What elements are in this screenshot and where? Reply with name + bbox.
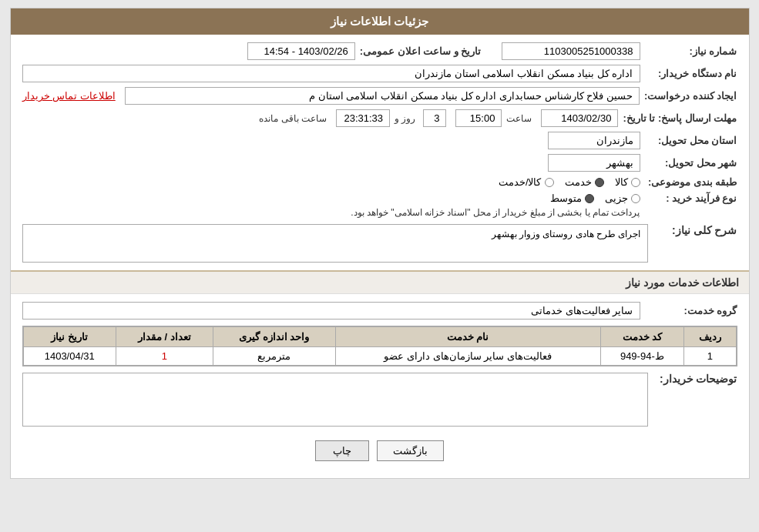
cell-radif: 1 — [684, 347, 736, 366]
gorohe-value: سایر فعالیت‌های خدماتی — [22, 302, 640, 320]
noe-motevaset: متوسط — [550, 192, 594, 204]
col-tedad: تعداد / مقدار — [116, 327, 213, 347]
towzih-label: توضیحات خریدار: — [653, 373, 737, 385]
tabagheh-options: کالا خدمت کالا/خدمت — [499, 176, 640, 188]
mohlat-saat-label: ساعت — [506, 113, 532, 124]
back-button[interactable]: بازگشت — [377, 440, 444, 461]
services-table: ردیف کد خدمت نام خدمت واحد اندازه گیری ت… — [22, 326, 737, 366]
sharh-value: اجرای طرح هادی روستای وزوار بهشهر — [22, 224, 648, 263]
radio-kala-icon — [631, 178, 640, 187]
khadamat-section-title: اطلاعات خدمات مورد نیاز — [11, 270, 749, 294]
radio-kala-label: کالا — [615, 176, 628, 188]
tarikhe-label: تاریخ و ساعت اعلان عمومی: — [360, 45, 482, 57]
table-row: 1 ط-94-949 فعالیت‌های سایر سازمان‌های دا… — [23, 347, 736, 366]
mohlat-date: 1403/02/30 — [541, 109, 618, 127]
radio-motevaset-label: متوسط — [550, 192, 582, 204]
radio-jazii-icon — [631, 194, 640, 203]
shahr-label: شهر محل تحویل: — [645, 157, 737, 169]
noe-farayand-note: پرداخت تمام یا بخشی از مبلغ خریدار از مح… — [351, 207, 640, 218]
shomara-niaz-label: شماره نیاز: — [645, 45, 737, 57]
col-radif: ردیف — [684, 327, 736, 347]
button-group: بازگشت چاپ — [22, 431, 737, 470]
noe-jazii: جزیی — [605, 192, 640, 204]
shomara-niaz-value: 1103005251000338 — [502, 42, 640, 60]
gorohe-label: گروه خدمت: — [645, 305, 737, 316]
mohlat-rooz-label: روز و — [395, 113, 415, 124]
radio-kalakhedmat-label: کالا/خدمت — [499, 176, 542, 188]
name-dastgah-value: اداره کل بنیاد مسکن انقلاب اسلامی استان … — [22, 65, 640, 82]
cell-name: فعالیت‌های سایر سازمان‌های دارای عضو — [335, 347, 600, 366]
page-title: جزئیات اطلاعات نیاز — [11, 8, 749, 35]
ijad-konande-label: ایجاد کننده درخواست: — [644, 90, 737, 102]
col-kod: کد خدمت — [600, 327, 683, 347]
ostan-value: مازندران — [548, 132, 640, 149]
radio-motevaset-icon — [585, 194, 594, 203]
radio-khedmat-icon — [595, 178, 604, 187]
noe-farayand-options: جزیی متوسط — [351, 192, 640, 204]
cell-tedad: 1 — [116, 347, 213, 366]
ijad-konande-value: حسین فلاح کارشناس حسابداری اداره کل بنیا… — [125, 87, 640, 105]
col-vahed: واحد اندازه گیری — [213, 327, 335, 347]
ostan-label: استان محل تحویل: — [645, 135, 737, 146]
ijad-link[interactable]: اطلاعات تماس خریدار — [22, 90, 116, 102]
tabagheh-kala: کالا — [615, 176, 640, 188]
tabagheh-kala-khedmat: کالا/خدمت — [499, 176, 554, 188]
tabagheh-label: طبقه بندی موضوعی: — [645, 176, 737, 188]
tabagheh-khedmat: خدمت — [565, 176, 604, 188]
tarikhe-value: 1403/02/26 - 14:54 — [247, 42, 355, 60]
radio-kalakhedmat-icon — [545, 178, 554, 187]
col-tarikh: تاریخ نیاز — [23, 327, 116, 347]
mohlat-rooz: 3 — [423, 109, 446, 127]
radio-khedmat-label: خدمت — [565, 176, 592, 188]
mohlat-baqi: 23:31:33 — [336, 109, 390, 127]
mohlat-baqi-label: ساعت باقی مانده — [259, 113, 327, 124]
mohlat-label: مهلت ارسال پاسخ: تا تاریخ: — [623, 112, 737, 124]
cell-vahed: مترمربع — [213, 347, 335, 366]
shahr-value: بهشهر — [548, 154, 640, 172]
towzih-textarea[interactable] — [22, 373, 648, 427]
cell-kod: ط-94-949 — [600, 347, 683, 366]
cell-tarikh: 1403/04/31 — [23, 347, 116, 366]
col-name: نام خدمت — [335, 327, 600, 347]
print-button[interactable]: چاپ — [315, 440, 369, 461]
noe-farayand-label: نوع فرآیند خرید : — [645, 192, 737, 204]
name-dastgah-label: نام دستگاه خریدار: — [645, 68, 737, 79]
mohlat-saat: 15:00 — [455, 109, 502, 127]
sharh-label: شرح کلی نیاز: — [653, 224, 737, 236]
radio-jazii-label: جزیی — [605, 192, 628, 204]
